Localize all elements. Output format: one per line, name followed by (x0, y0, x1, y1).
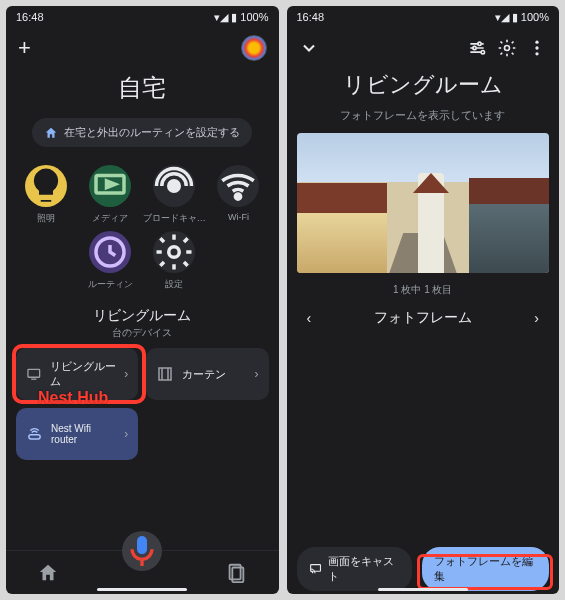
bottom-actions: 画面をキャスト フォトフレームを編集 (287, 550, 560, 594)
bulb-icon (25, 165, 67, 207)
device-label: リビングルーム (50, 359, 117, 389)
annotation-nest-hub: Nest Hub (38, 389, 108, 407)
back-button[interactable] (299, 38, 319, 58)
svg-point-1 (169, 181, 180, 192)
category-settings[interactable]: 設定 (142, 231, 206, 291)
svg-point-15 (535, 46, 538, 49)
chevron-right-icon: › (124, 367, 128, 381)
router-icon (26, 425, 43, 443)
top-bar: + (6, 28, 279, 68)
broadcast-icon (153, 165, 195, 207)
device-row-2: Nest Wifi router › (6, 408, 279, 460)
svg-point-12 (481, 51, 484, 54)
svg-point-13 (505, 46, 510, 51)
room-sub: 台のデバイス (6, 326, 279, 340)
signal-icon: ▮ (231, 11, 237, 24)
home-icon (44, 126, 58, 140)
cast-label: 画面をキャスト (328, 554, 400, 584)
chevron-right-icon: › (255, 367, 259, 381)
nav-home-icon[interactable] (37, 562, 59, 584)
room-header: リビングルーム (6, 307, 279, 325)
bottom-nav (6, 550, 279, 594)
category-wifi[interactable]: Wi-Fi (206, 165, 270, 225)
wifi-icon: ▾◢ (495, 11, 509, 24)
photo-counter: 1 枚中 1 枚目 (287, 283, 560, 297)
cast-button[interactable]: 画面をキャスト (297, 547, 412, 591)
svg-point-2 (236, 194, 241, 199)
cat-label: Wi-Fi (228, 212, 249, 222)
gesture-bar (378, 588, 468, 591)
svg-point-14 (535, 41, 538, 44)
svg-point-10 (478, 42, 481, 45)
frame-status: フォトフレームを表示しています (287, 108, 560, 123)
cat-label: メディア (92, 212, 128, 225)
device-label: カーテン (182, 367, 226, 382)
category-media[interactable]: メディア (78, 165, 142, 225)
signal-icon: ▮ (512, 11, 518, 24)
routine-label: 在宅と外出のルーティンを設定する (64, 125, 240, 140)
cat-label: ブロードキャ… (143, 212, 206, 225)
svg-point-16 (535, 52, 538, 55)
gear-icon[interactable] (497, 38, 517, 58)
frame-title: フォトフレーム (374, 309, 472, 327)
device-label: Nest Wifi router (51, 423, 116, 445)
svg-point-4 (169, 247, 180, 258)
status-right: ▾◢ ▮ 100% (214, 11, 268, 24)
avatar[interactable] (241, 35, 267, 61)
category-routine[interactable]: ルーティン (78, 231, 142, 291)
chevron-right-icon: › (124, 427, 128, 441)
svg-rect-7 (29, 435, 40, 439)
frame-nav: ‹ フォトフレーム › (287, 301, 560, 335)
wifi-icon: ▾◢ (214, 11, 228, 24)
wifi-icon (217, 165, 259, 207)
svg-rect-5 (28, 369, 40, 377)
cast-icon (309, 562, 322, 576)
prev-arrow[interactable]: ‹ (307, 310, 312, 326)
routine-icon (89, 231, 131, 273)
device-curtain[interactable]: カーテン › (146, 348, 268, 400)
top-bar (287, 28, 560, 68)
photo-frame-screen: 16:48 ▾◢ ▮ 100% リビングルーム フォトフレームを表示しています … (287, 6, 560, 594)
gear-icon (153, 231, 195, 273)
clock: 16:48 (16, 11, 44, 23)
cat-label: ルーティン (88, 278, 133, 291)
mic-fab[interactable] (122, 531, 162, 571)
curtain-icon (156, 365, 174, 383)
nav-activity-icon[interactable] (225, 562, 247, 584)
status-right: ▾◢ ▮ 100% (495, 11, 549, 24)
room-title: リビングルーム (287, 70, 560, 100)
battery-text: 100% (240, 11, 268, 23)
home-title: 自宅 (6, 72, 279, 104)
status-bar: 16:48 ▾◢ ▮ 100% (6, 6, 279, 28)
cat-label: 照明 (37, 212, 55, 225)
svg-rect-17 (310, 565, 320, 572)
clock: 16:48 (297, 11, 325, 23)
display-icon (26, 365, 42, 383)
category-grid: 照明 メディア ブロードキャ… Wi-Fi ルーティン (6, 165, 279, 291)
photo-preview[interactable] (297, 133, 550, 273)
edit-frame-button[interactable]: フォトフレームを編集 (422, 547, 549, 591)
edit-label: フォトフレームを編集 (434, 554, 537, 584)
device-nest-wifi[interactable]: Nest Wifi router › (16, 408, 138, 460)
next-arrow[interactable]: › (534, 310, 539, 326)
home-screen: 16:48 ▾◢ ▮ 100% + 自宅 在宅と外出のルーティンを設定する 照明… (6, 6, 279, 594)
routine-chip[interactable]: 在宅と外出のルーティンを設定する (32, 118, 252, 147)
category-broadcast[interactable]: ブロードキャ… (142, 165, 206, 225)
more-icon[interactable] (527, 38, 547, 58)
media-icon (89, 165, 131, 207)
svg-rect-6 (159, 368, 171, 380)
status-bar: 16:48 ▾◢ ▮ 100% (287, 6, 560, 28)
cat-label: 設定 (165, 278, 183, 291)
category-lighting[interactable]: 照明 (14, 165, 78, 225)
add-button[interactable]: + (18, 35, 31, 61)
tune-icon[interactable] (467, 38, 487, 58)
battery-text: 100% (521, 11, 549, 23)
svg-point-11 (473, 46, 476, 49)
gesture-bar (97, 588, 187, 591)
